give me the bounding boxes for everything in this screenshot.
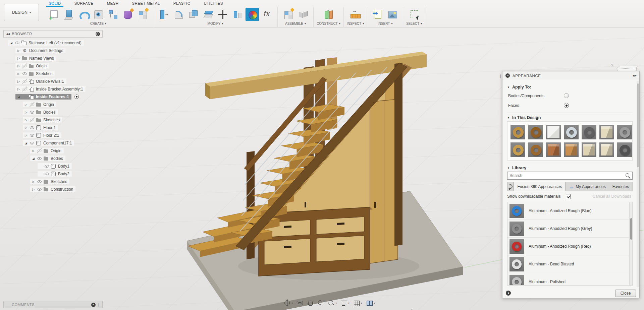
create-form-icon[interactable] [121,8,135,21]
radio-selected[interactable] [564,103,569,108]
tree-row[interactable]: ◢Bodies [30,154,68,162]
group-dropdown-create[interactable]: CREATE▾ [90,22,106,25]
library-tab-favorites[interactable]: Favorites [609,182,632,191]
visibility-icon[interactable] [30,125,35,130]
press-pull-icon[interactable] [157,8,170,21]
visibility-icon[interactable] [15,40,20,45]
revolve-icon[interactable] [77,8,90,21]
home-view-icon[interactable]: ⌂ [610,62,613,67]
tree-row[interactable]: ▷Origin [15,62,52,70]
tree-row[interactable]: ◢Component17:1 [23,139,77,147]
visibility-icon[interactable] [37,156,42,161]
swatch-paper-matte-white[interactable] [546,124,561,140]
section-collapse-icon[interactable]: ▼ [507,86,510,89]
info-icon[interactable]: i [506,291,511,296]
swatch-wood-ash-cube[interactable] [599,124,614,140]
visibility-icon[interactable] [30,110,35,115]
comments-bar[interactable]: COMMENTS + ∥ [3,301,103,308]
library-item[interactable]: Aluminum - Anodized Rough (Grey) [507,220,632,238]
tree-row[interactable]: ▷Origin [23,101,59,108]
tab-solid[interactable]: SOLID [48,1,62,6]
swatch-wood-walnut-torus[interactable] [528,124,543,140]
tab-sheet-metal[interactable]: SHEET METAL [131,1,161,6]
measure-icon[interactable] [348,8,362,21]
collapsed-icon[interactable]: ▷ [16,87,21,91]
swatch-wood-cream-cube[interactable] [581,142,597,158]
combine-icon[interactable] [186,8,200,21]
collapsed-icon[interactable]: ▷ [24,118,28,122]
expand-comments-icon[interactable]: + [91,303,96,307]
browser-options-icon[interactable] [96,32,100,36]
tree-row[interactable]: ▷Sketches [30,178,72,185]
collapsed-icon[interactable]: ▷ [24,103,28,106]
radio-unselected[interactable] [564,93,569,98]
swatch-wood-ivory-cube[interactable] [599,142,614,158]
visibility-icon[interactable] [22,71,27,76]
group-dropdown-select[interactable]: SELECT▾ [406,22,422,25]
joint-icon[interactable] [296,8,310,21]
collapsed-icon[interactable]: ▷ [16,49,21,52]
collapsed-icon[interactable]: ▷ [24,126,28,129]
scrollbar-thumb[interactable] [637,83,639,167]
visibility-off-icon[interactable] [22,63,27,68]
library-item[interactable]: Aluminum - Anodized Rough (Red) [507,238,632,255]
expanded-icon[interactable]: ◢ [9,41,13,45]
offset-face-icon[interactable] [201,8,215,21]
library-heading[interactable]: ▼ Library [507,166,633,170]
visibility-off-icon[interactable] [30,102,35,107]
refresh-library-button[interactable] [507,182,514,191]
fillet-icon[interactable] [172,8,185,21]
orbit-button[interactable]: ▾ [284,300,293,306]
grid-display-button[interactable]: ▾ [353,300,362,306]
fit-button[interactable]: ▾ [328,300,337,306]
collapsed-icon[interactable]: ▷ [16,72,21,75]
tree-row[interactable]: ▷Construction [30,185,78,193]
swatch-steel-polished-torus[interactable] [617,142,632,158]
collapsed-icon[interactable]: ▷ [16,80,21,83]
tree-row[interactable]: Body1 [38,162,75,170]
tree-row[interactable]: ▷⚙Document Settings [15,47,68,54]
visibility-icon[interactable] [37,187,42,192]
look-at-button[interactable] [297,300,303,306]
tree-row[interactable]: ▷Inside Bracket Assembly:1 [15,85,89,93]
panel-menu-icon[interactable]: – [505,73,510,78]
rectangular-pattern-icon[interactable] [106,8,120,21]
change-parameters-icon[interactable] [260,8,274,21]
collapsed-icon[interactable]: ▷ [16,64,21,68]
visibility-icon[interactable] [30,140,35,145]
panel-scrollbar[interactable] [637,81,639,287]
dock-panel-icon[interactable]: ▶▶ [633,74,636,77]
tree-row[interactable]: ▷Floor:1 [23,124,61,131]
insert-canvas-icon[interactable] [386,8,399,21]
expanded-icon[interactable]: ◢ [16,95,21,99]
collapsed-icon[interactable]: ▷ [31,149,36,152]
hole-icon[interactable] [92,8,105,21]
align-icon[interactable] [231,8,244,21]
construction-plane-icon[interactable] [322,8,335,21]
visibility-icon[interactable] [22,94,27,99]
tree-row[interactable]: ▷Origin [30,147,67,154]
section-collapse-icon[interactable]: ▼ [507,116,510,119]
swatch-wood-bronze-torus[interactable] [528,142,543,158]
visibility-off-icon[interactable] [37,148,42,153]
tree-row[interactable]: Body2 [38,170,75,178]
collapsed-icon[interactable]: ▷ [16,57,21,60]
tab-plastic[interactable]: PLASTIC [172,1,192,6]
tree-row[interactable]: ▷Floor 2:1 [23,131,64,139]
collapsed-icon[interactable]: ▷ [24,111,28,114]
scrollbar-thumb[interactable] [630,218,632,240]
tree-row[interactable]: ▷Named Views [15,54,59,62]
tree-row[interactable]: ◢Staircase Left (v1~recovered) [8,39,87,47]
activate-component-radio[interactable] [74,95,79,99]
library-item[interactable]: Aluminum - Bead Blasted [507,255,632,273]
group-dropdown-construct[interactable]: CONSTRUCT▾ [317,22,340,25]
drag-handle-icon[interactable]: ∥ [98,303,100,307]
swatch-aluminum-grey-torus[interactable] [617,124,632,140]
browser-header[interactable]: ◀◀ BROWSER [3,30,103,38]
expanded-icon[interactable]: ◢ [31,157,36,160]
search-icon[interactable] [625,173,631,178]
tree-row[interactable]: ▷Sketches [23,116,65,124]
visibility-off-icon[interactable] [30,117,35,122]
library-tab-my-appearances[interactable]: ☁My Appearances [566,182,609,191]
group-dropdown-inspect[interactable]: INSPECT▾ [347,22,364,25]
